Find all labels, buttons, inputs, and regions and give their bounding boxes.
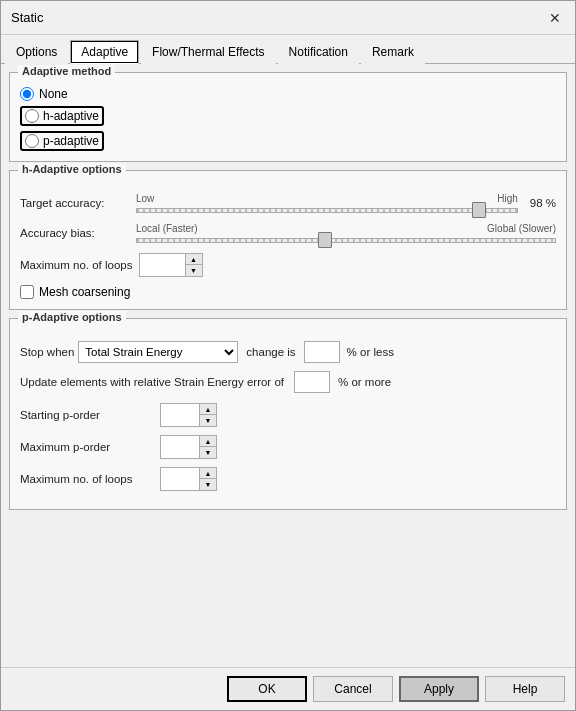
max-p-order-row: Maximum p-order 5 ▲ ▼	[20, 435, 556, 459]
title-bar: Static ✕	[1, 1, 575, 35]
p-adaptive-content: Stop when Total Strain Energy Von Mises …	[20, 341, 556, 491]
change-is-label: change is	[246, 346, 295, 358]
h-adaptive-title: h-Adaptive options	[18, 163, 126, 175]
change-value-input[interactable]: 1	[304, 341, 340, 363]
update-value-input[interactable]: 2	[294, 371, 330, 393]
mesh-coarsening-checkbox[interactable]	[20, 285, 34, 299]
accuracy-bias-labels: Local (Faster) Global (Slower)	[136, 223, 556, 234]
starting-p-order-spinbox[interactable]: 2 ▲ ▼	[160, 403, 217, 427]
target-accuracy-high: High	[497, 193, 518, 204]
tab-remark[interactable]: Remark	[361, 40, 425, 64]
cancel-button[interactable]: Cancel	[313, 676, 393, 702]
max-p-order-down[interactable]: ▼	[200, 447, 216, 458]
max-p-order-spinbox[interactable]: 5 ▲ ▼	[160, 435, 217, 459]
h-max-loops-value[interactable]: 3	[140, 254, 185, 276]
target-accuracy-slider: Low High	[136, 193, 518, 213]
main-content: Adaptive method None h-adaptive p-adapti…	[1, 64, 575, 667]
update-unit: % or more	[338, 376, 391, 388]
target-accuracy-slider-wrapper: Low High 98 %	[136, 193, 556, 213]
or-less-label: % or less	[347, 346, 394, 358]
tab-adaptive[interactable]: Adaptive	[70, 40, 139, 64]
update-label: Update elements with relative Strain Ene…	[20, 376, 284, 388]
radio-p-adaptive-outlined[interactable]: p-adaptive	[20, 131, 104, 151]
h-max-loops-up[interactable]: ▲	[186, 254, 202, 265]
footer: OK Cancel Apply Help	[1, 667, 575, 710]
radio-h-adaptive[interactable]: h-adaptive	[20, 106, 556, 126]
target-accuracy-label: Target accuracy:	[20, 197, 130, 209]
tab-flow[interactable]: Flow/Thermal Effects	[141, 40, 275, 64]
max-p-order-up[interactable]: ▲	[200, 436, 216, 447]
adaptive-method-radio-group: None h-adaptive p-adaptive	[20, 81, 556, 151]
ok-button[interactable]: OK	[227, 676, 307, 702]
radio-h-adaptive-input[interactable]	[25, 109, 39, 123]
accuracy-bias-handle[interactable]	[318, 232, 332, 248]
mesh-coarsening-label: Mesh coarsening	[39, 285, 130, 299]
max-p-order-spin-buttons: ▲ ▼	[199, 436, 216, 458]
target-accuracy-value: 98 %	[530, 197, 556, 209]
radio-h-adaptive-outlined[interactable]: h-adaptive	[20, 106, 104, 126]
max-p-order-value[interactable]: 5	[161, 436, 199, 458]
p-max-loops-label: Maximum no. of loops	[20, 473, 160, 485]
tab-notification[interactable]: Notification	[278, 40, 359, 64]
h-max-loops-row: Maximum no. of loops 3 ▲ ▼	[20, 253, 556, 277]
h-adaptive-group: h-Adaptive options Target accuracy: Low …	[9, 170, 567, 310]
target-accuracy-row: Target accuracy: Low High 98 %	[20, 193, 556, 213]
p-max-loops-row: Maximum no. of loops 4 ▲ ▼	[20, 467, 556, 491]
starting-p-order-row: Starting p-order 2 ▲ ▼	[20, 403, 556, 427]
window-title: Static	[11, 10, 44, 25]
p-adaptive-group: p-Adaptive options Stop when Total Strai…	[9, 318, 567, 510]
close-button[interactable]: ✕	[545, 8, 565, 28]
radio-none-input[interactable]	[20, 87, 34, 101]
radio-p-adaptive-label: p-adaptive	[43, 134, 99, 148]
main-window: Static ✕ Options Adaptive Flow/Thermal E…	[0, 0, 576, 711]
starting-p-order-down[interactable]: ▼	[200, 415, 216, 426]
p-max-loops-value[interactable]: 4	[161, 468, 199, 490]
apply-button[interactable]: Apply	[399, 676, 479, 702]
accuracy-bias-global: Global (Slower)	[487, 223, 556, 234]
accuracy-bias-local: Local (Faster)	[136, 223, 198, 234]
starting-p-order-label: Starting p-order	[20, 409, 160, 421]
p-max-loops-spinbox[interactable]: 4 ▲ ▼	[160, 467, 217, 491]
starting-p-order-up[interactable]: ▲	[200, 404, 216, 415]
accuracy-bias-row: Accuracy bias: Local (Faster) Global (Sl…	[20, 223, 556, 243]
radio-none-label: None	[39, 87, 68, 101]
mesh-coarsening-row[interactable]: Mesh coarsening	[20, 285, 556, 299]
update-row: Update elements with relative Strain Ene…	[20, 371, 556, 393]
starting-p-order-spin-buttons: ▲ ▼	[199, 404, 216, 426]
stop-when-select[interactable]: Total Strain Energy Von Mises Stress	[78, 341, 238, 363]
help-button[interactable]: Help	[485, 676, 565, 702]
radio-none[interactable]: None	[20, 87, 556, 101]
stop-when-label: Stop when	[20, 346, 74, 358]
h-max-loops-down[interactable]: ▼	[186, 265, 202, 276]
p-max-loops-spin-buttons: ▲ ▼	[199, 468, 216, 490]
target-accuracy-handle[interactable]	[472, 202, 486, 218]
accuracy-bias-label: Accuracy bias:	[20, 227, 130, 239]
p-max-loops-down[interactable]: ▼	[200, 479, 216, 490]
adaptive-method-title: Adaptive method	[18, 65, 115, 77]
tab-options[interactable]: Options	[5, 40, 68, 64]
tab-bar: Options Adaptive Flow/Thermal Effects No…	[1, 35, 575, 64]
h-max-loops-spin-buttons: ▲ ▼	[185, 254, 202, 276]
starting-p-order-value[interactable]: 2	[161, 404, 199, 426]
adaptive-method-group: Adaptive method None h-adaptive p-adapti…	[9, 72, 567, 162]
target-accuracy-labels: Low High	[136, 193, 518, 204]
radio-p-adaptive[interactable]: p-adaptive	[20, 131, 556, 151]
radio-h-adaptive-label: h-adaptive	[43, 109, 99, 123]
stop-when-row: Stop when Total Strain Energy Von Mises …	[20, 341, 556, 363]
accuracy-bias-track[interactable]	[136, 238, 556, 243]
p-adaptive-title: p-Adaptive options	[18, 311, 126, 323]
max-p-order-label: Maximum p-order	[20, 441, 160, 453]
target-accuracy-track[interactable]	[136, 208, 518, 213]
radio-p-adaptive-input[interactable]	[25, 134, 39, 148]
h-max-loops-label: Maximum no. of loops	[20, 259, 133, 271]
target-accuracy-low: Low	[136, 193, 154, 204]
h-max-loops-input[interactable]: 3 ▲ ▼	[139, 253, 203, 277]
accuracy-bias-slider: Local (Faster) Global (Slower)	[136, 223, 556, 243]
p-max-loops-up[interactable]: ▲	[200, 468, 216, 479]
